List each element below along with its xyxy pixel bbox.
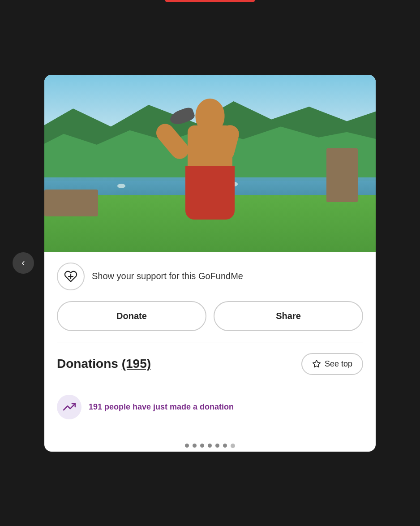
platform-left	[44, 190, 98, 216]
person-figure	[170, 103, 250, 220]
nav-dots	[44, 435, 376, 452]
dot-6[interactable]	[223, 444, 227, 448]
heart-icon-wrap	[57, 263, 85, 290]
dot-5[interactable]	[215, 444, 219, 448]
hero-image	[44, 75, 376, 252]
donation-notification: 191 people have just made a donation	[57, 388, 363, 423]
donate-button[interactable]: Donate	[57, 301, 206, 331]
card-body: Show your support for this GoFundMe Dona…	[44, 252, 376, 435]
dot-7[interactable]	[231, 444, 235, 448]
divider	[57, 342, 363, 342]
donations-title: Donations (195)	[57, 357, 151, 371]
donations-header: Donations (195) See top	[57, 353, 363, 375]
shorts	[185, 166, 235, 220]
donations-count[interactable]: (195)	[122, 357, 151, 371]
dot-1[interactable]	[185, 444, 189, 448]
donations-label: Donations	[57, 357, 118, 371]
star-icon	[312, 359, 321, 368]
trending-up-icon	[63, 401, 76, 413]
dot-4[interactable]	[208, 444, 212, 448]
svg-marker-4	[313, 360, 321, 367]
support-text: Show your support for this GoFundMe	[92, 271, 243, 281]
card: Show your support for this GoFundMe Dona…	[44, 75, 376, 452]
heart-plus-icon	[64, 270, 77, 283]
notif-icon-wrap	[57, 395, 81, 419]
see-top-button[interactable]: See top	[301, 353, 363, 375]
boat-1	[117, 184, 125, 188]
action-buttons: Donate Share	[57, 301, 363, 331]
notification-text: 191 people have just made a donation	[89, 402, 234, 412]
top-indicator	[165, 0, 255, 2]
support-row: Show your support for this GoFundMe	[57, 263, 363, 290]
held-fish	[168, 106, 196, 127]
dot-2[interactable]	[193, 444, 197, 448]
see-top-label: See top	[325, 359, 352, 369]
dot-3[interactable]	[200, 444, 204, 448]
dock-right	[326, 148, 358, 202]
nav-arrow-left[interactable]: ‹	[13, 252, 34, 274]
share-button[interactable]: Share	[214, 301, 363, 331]
